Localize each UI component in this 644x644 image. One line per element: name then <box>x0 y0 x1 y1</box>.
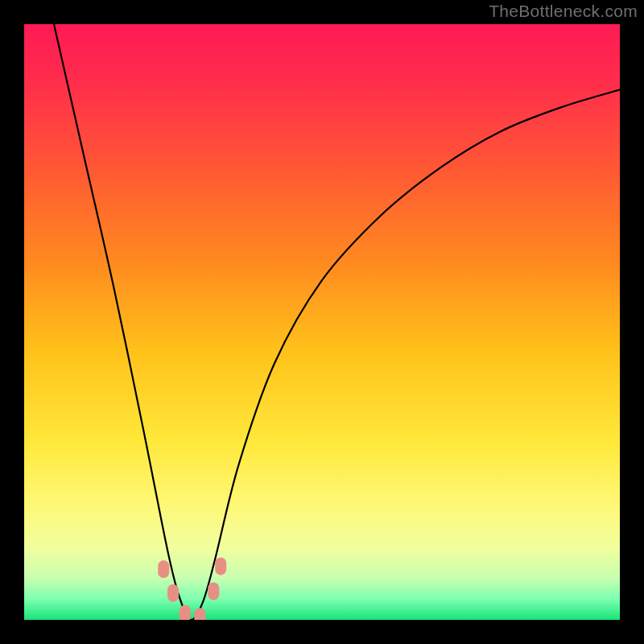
highlight-dot <box>194 608 205 620</box>
highlight-dots <box>158 557 226 620</box>
watermark-text: TheBottleneck.com <box>489 2 638 21</box>
highlight-dot <box>180 605 191 620</box>
highlight-dot <box>167 584 179 602</box>
bottleneck-curve <box>54 24 620 620</box>
plot-area <box>24 24 620 620</box>
highlight-dot <box>215 557 226 575</box>
curve-layer <box>24 24 620 620</box>
highlight-dot <box>208 583 219 601</box>
highlight-dot <box>158 560 169 578</box>
chart-frame: TheBottleneck.com <box>0 0 644 644</box>
